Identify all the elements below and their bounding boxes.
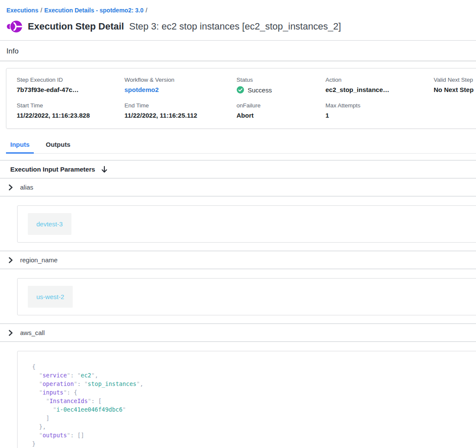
param-value-panel: us-west-2 [17,278,476,315]
info-card: Step Execution ID 7b73f93e-edaf-47c… Wor… [6,68,476,129]
field-label: Valid Next Step [434,77,476,83]
field-end-time: End Time 11/22/2022, 11:16:25.112 [124,102,237,119]
page-header: Execution Step Detail Step 3: ec2 stop i… [0,14,476,34]
info-section-heading: Info [0,41,476,61]
param-row-alias[interactable]: alias [0,178,476,196]
field-value: No Next Step [434,86,476,93]
field-workflow-version: Workflow & Version spotdemo2 [124,77,237,94]
execution-input-parameters-label: Execution Input Parameters [10,166,95,173]
execution-input-parameters-header: Execution Input Parameters [0,160,476,178]
code-line: { [32,362,469,371]
field-label: onFailure [237,102,325,109]
code-line: }, [32,422,469,431]
field-label: Max Attempts [325,102,434,109]
param-value-chip: us-west-2 [28,286,73,308]
field-value: Abort [237,112,325,119]
status-text: Success [248,86,272,94]
param-value-chip: devtest-3 [28,213,71,235]
code-line: } [32,439,469,448]
json-code-content: { "service": "ec2", "operation": "stop_i… [32,362,469,448]
breadcrumb-link-executions[interactable]: Executions [6,7,38,14]
breadcrumb-separator: / [38,7,44,14]
field-max-attempts: Max Attempts 1 [325,102,434,119]
code-line: "inputs": { [32,388,469,397]
param-row-region-name[interactable]: region_name [0,251,476,269]
param-value-section-alias: devtest-3 [0,196,476,251]
chevron-right-icon [9,184,13,190]
field-start-time: Start Time 11/22/2022, 11:16:23.828 [17,102,124,119]
field-label: Start Time [17,102,124,109]
chevron-right-icon [9,257,13,263]
field-action: Action ec2_stop_instance… [325,77,434,94]
breadcrumb: Executions/Execution Details - spotdemo2… [0,0,476,14]
code-line: "service": "ec2", [32,371,469,380]
code-line: ] [32,414,469,422]
empty-cell [434,102,476,119]
code-line: "operation": "stop_instances", [32,380,469,388]
page-title: Execution Step Detail [28,21,124,32]
param-value-section-aws-call: { "service": "ec2", "operation": "stop_i… [0,342,476,448]
arrow-down-icon[interactable] [101,166,108,173]
breadcrumb-separator: / [143,7,149,14]
workflow-link[interactable]: spotdemo2 [124,86,237,93]
field-value: 11/22/2022, 11:16:23.828 [17,112,124,119]
success-check-icon [237,86,244,94]
code-block: { "service": "ec2", "operation": "stop_i… [17,351,476,448]
param-row-aws-call[interactable]: aws_call [0,324,476,342]
tab-bar: Inputs Outputs [6,138,476,154]
field-value: 1 [325,112,434,119]
field-label: Action [325,77,434,83]
field-label: End Time [124,102,237,109]
page-subtitle: Step 3: ec2 stop instances [ec2_stop_ins… [129,21,341,32]
field-step-execution-id: Step Execution ID 7b73f93e-edaf-47c… [17,77,124,94]
param-name: aws_call [20,329,45,336]
field-label: Status [237,77,325,83]
tab-inputs[interactable]: Inputs [6,138,34,154]
code-line: "i-0ec41ee046f49dbc6" [32,405,469,414]
field-value: ec2_stop_instance… [325,86,434,93]
param-value-section-region-name: us-west-2 [0,269,476,324]
workflow-logo-icon [6,19,23,34]
code-line: "InstanceIds": [ [32,397,469,405]
code-line: "outputs": [] [32,431,469,439]
tab-outputs[interactable]: Outputs [41,138,75,154]
field-value: 11/22/2022, 11:16:25.112 [124,112,237,119]
param-value-panel: devtest-3 [17,205,476,243]
chevron-right-icon [9,330,13,336]
field-label: Step Execution ID [17,77,124,83]
field-valid-next-step: Valid Next Step No Next Step [434,77,476,94]
field-onfailure: onFailure Abort [237,102,325,119]
field-status: Status Success [237,77,325,94]
status-badge: Success [237,86,325,94]
param-name: alias [20,184,33,191]
breadcrumb-link-execution-details[interactable]: Execution Details - spotdemo2: 3.0 [44,7,144,14]
field-value: 7b73f93e-edaf-47c… [17,86,124,93]
divider [0,61,476,61]
field-label: Workflow & Version [124,77,237,83]
param-name: region_name [20,256,58,264]
